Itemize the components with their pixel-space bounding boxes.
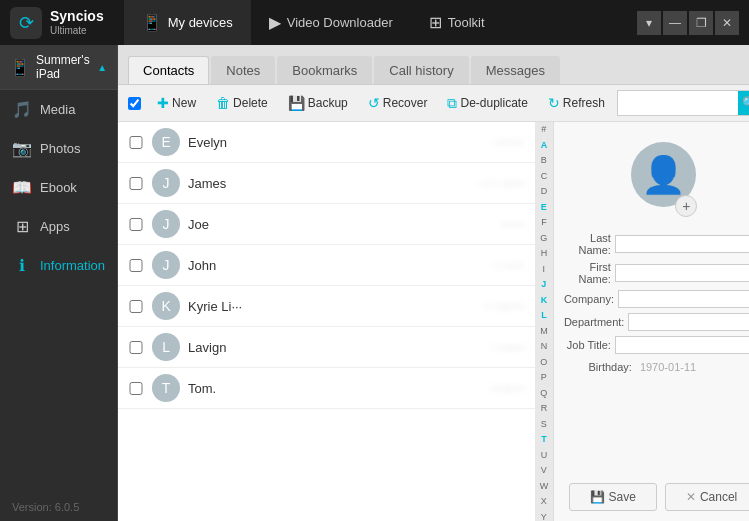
contact-row[interactable]: T Tom. ·····-····· <box>118 368 535 409</box>
contact-avatar: J <box>152 251 180 279</box>
contact-avatar: T <box>152 374 180 402</box>
contact-row[interactable]: J John ·· ······· <box>118 245 535 286</box>
contact-phone: ·· ···-······ <box>485 300 525 312</box>
avatar-icon: 👤 <box>641 154 686 196</box>
search-button[interactable]: 🔍 <box>738 91 749 115</box>
alpha-letter-j[interactable]: J <box>541 277 546 293</box>
alpha-letter-x[interactable]: X <box>541 494 547 510</box>
alpha-letter-g[interactable]: G <box>540 231 547 247</box>
contact-checkbox[interactable] <box>128 136 144 149</box>
device-expand-arrow: ▲ <box>97 62 107 73</box>
new-label: New <box>172 96 196 110</box>
nav-tab-video[interactable]: ▶ Video Downloader <box>251 0 411 45</box>
sidebar-item-information[interactable]: ℹ Information <box>0 246 117 285</box>
app-title-block: Syncios Ultimate <box>50 9 104 35</box>
app-subtitle: Ultimate <box>50 25 104 36</box>
new-button[interactable]: ✚ New <box>149 92 204 114</box>
alpha-letter-c[interactable]: C <box>541 169 548 185</box>
company-label: Company: <box>564 293 614 305</box>
alpha-letter-s[interactable]: S <box>541 417 547 433</box>
nav-tab-devices-label: My devices <box>168 15 233 30</box>
device-item[interactable]: 📱 Summer's iPad ▲ <box>0 45 117 90</box>
search-input[interactable] <box>618 93 738 113</box>
department-input[interactable] <box>628 313 749 331</box>
alpha-letter-f[interactable]: F <box>541 215 547 231</box>
alpha-letter-y[interactable]: Y <box>541 510 547 522</box>
sidebar-item-photos[interactable]: 📷 Photos <box>0 129 117 168</box>
tab-messages[interactable]: Messages <box>471 56 560 84</box>
alpha-letter-m[interactable]: M <box>540 324 548 340</box>
job-title-label: Job Title: <box>564 339 611 351</box>
alpha-letter-w[interactable]: W <box>540 479 549 495</box>
save-button[interactable]: 💾 Save <box>569 483 657 511</box>
tab-bookmarks[interactable]: Bookmarks <box>277 56 372 84</box>
delete-button[interactable]: 🗑 Delete <box>208 92 276 114</box>
alpha-letter-a[interactable]: A <box>541 138 548 154</box>
contact-avatar: J <box>152 169 180 197</box>
select-all-checkbox[interactable] <box>128 97 141 110</box>
recover-button[interactable]: ↺ Recover <box>360 92 436 114</box>
alpha-letter-u[interactable]: U <box>541 448 548 464</box>
contact-checkbox[interactable] <box>128 218 144 231</box>
alpha-letter-k[interactable]: K <box>541 293 548 309</box>
tab-callhistory[interactable]: Call history <box>374 56 468 84</box>
dropdown-btn[interactable]: ▾ <box>637 11 661 35</box>
backup-label: Backup <box>308 96 348 110</box>
restore-btn[interactable]: ❐ <box>689 11 713 35</box>
window-controls: ▾ — ❐ ✕ <box>637 11 739 35</box>
refresh-button[interactable]: ↻ Refresh <box>540 92 613 114</box>
close-btn[interactable]: ✕ <box>715 11 739 35</box>
contact-row[interactable]: J Joe ········ <box>118 204 535 245</box>
contact-row[interactable]: E Evelyn ·········· <box>118 122 535 163</box>
last-name-input[interactable] <box>615 235 749 253</box>
contact-row[interactable]: J James · ···· ···-···· <box>118 163 535 204</box>
minimize-btn[interactable]: — <box>663 11 687 35</box>
alpha-letter-q[interactable]: Q <box>540 386 547 402</box>
alpha-letter-r[interactable]: R <box>541 401 548 417</box>
contact-checkbox[interactable] <box>128 341 144 354</box>
alpha-letter-l[interactable]: L <box>541 308 547 324</box>
contact-row[interactable]: K Kyrie Li··· ·· ···-······ <box>118 286 535 327</box>
alpha-letter-i[interactable]: I <box>543 262 546 278</box>
sidebar-item-apps[interactable]: ⊞ Apps <box>0 207 117 246</box>
contact-row[interactable]: L Lavign · ····-···· <box>118 327 535 368</box>
job-title-input[interactable] <box>615 336 749 354</box>
sidebar-item-ebook-label: Ebook <box>40 180 77 195</box>
app-logo: ⟳ <box>10 7 42 39</box>
media-icon: 🎵 <box>12 100 32 119</box>
company-input[interactable] <box>618 290 749 308</box>
nav-tab-toolkit-label: Toolkit <box>448 15 485 30</box>
contact-checkbox[interactable] <box>128 382 144 395</box>
contact-checkbox[interactable] <box>128 300 144 313</box>
contact-checkbox[interactable] <box>128 259 144 272</box>
deduplicate-button[interactable]: ⧉ De-duplicate <box>439 92 535 115</box>
contact-name: Lavign <box>188 340 226 355</box>
cancel-button[interactable]: ✕ Cancel <box>665 483 749 511</box>
alpha-letter-o[interactable]: O <box>540 355 547 371</box>
first-name-input[interactable] <box>615 264 749 282</box>
alpha-letter-p[interactable]: P <box>541 370 547 386</box>
sidebar-item-media[interactable]: 🎵 Media <box>0 90 117 129</box>
alpha-letter-d[interactable]: D <box>541 184 548 200</box>
add-photo-button[interactable]: + <box>675 195 697 217</box>
alpha-letter-h[interactable]: H <box>541 246 548 262</box>
tab-notes[interactable]: Notes <box>211 56 275 84</box>
alpha-letter-e[interactable]: E <box>541 200 547 216</box>
save-label: Save <box>609 490 636 504</box>
alpha-letter-#[interactable]: # <box>541 122 546 138</box>
alpha-letter-b[interactable]: B <box>541 153 547 169</box>
alpha-letter-v[interactable]: V <box>541 463 547 479</box>
nav-tab-devices[interactable]: 📱 My devices <box>124 0 251 45</box>
first-name-label: First Name: <box>564 261 611 285</box>
tab-contacts[interactable]: Contacts <box>128 56 209 84</box>
save-icon: 💾 <box>590 490 605 504</box>
contact-checkbox[interactable] <box>128 177 144 190</box>
field-row-birthday: Birthday: 1970-01-11 <box>564 359 749 375</box>
photos-icon: 📷 <box>12 139 32 158</box>
backup-button[interactable]: 💾 Backup <box>280 92 356 114</box>
sidebar-item-ebook[interactable]: 📖 Ebook <box>0 168 117 207</box>
nav-tabs: 📱 My devices ▶ Video Downloader ⊞ Toolki… <box>124 0 637 45</box>
nav-tab-toolkit[interactable]: ⊞ Toolkit <box>411 0 503 45</box>
alpha-letter-t[interactable]: T <box>541 432 547 448</box>
alpha-letter-n[interactable]: N <box>541 339 548 355</box>
